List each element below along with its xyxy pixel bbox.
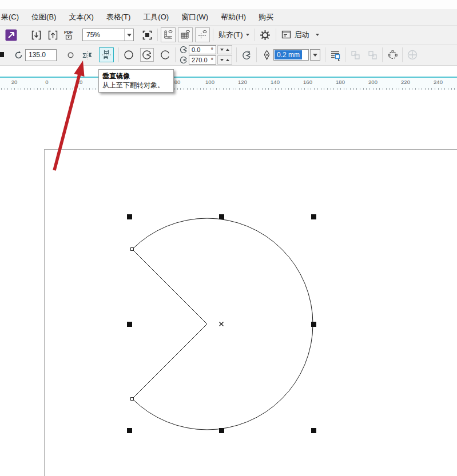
outline-width-value: 0.2 mm (275, 50, 302, 59)
pie-icon (142, 50, 152, 60)
property-bar: 135.0 (0, 44, 457, 66)
toolbar-separator (213, 29, 213, 41)
text-wrap-button[interactable] (328, 48, 342, 62)
fullscreen-preview-button[interactable] (140, 27, 154, 42)
to-back-button-disabled[interactable] (365, 48, 379, 62)
zoom-level-value: 75% (83, 31, 124, 39)
rotation-angle-input[interactable]: 135.0 (25, 49, 57, 61)
options-button[interactable] (258, 27, 273, 42)
publish-pdf-button[interactable]: PDF (62, 27, 77, 42)
degree-sign: ° (211, 46, 213, 53)
mirror-horizontal-button[interactable] (81, 48, 94, 62)
shape-node[interactable] (130, 247, 134, 251)
outline-width-dropdown-button[interactable] (310, 49, 320, 61)
start-angle-spinner[interactable] (217, 45, 232, 54)
selection-handle[interactable] (311, 214, 316, 219)
tooltip-title: 垂直镜像 (102, 71, 170, 81)
rotation-icon-label (11, 48, 25, 62)
show-grid-button[interactable] (178, 27, 193, 42)
document-area[interactable]: 20020406080100120140160180200220240 垂直镜像… (0, 66, 457, 476)
outline-width-combo[interactable]: 0.2 mm (273, 49, 320, 61)
pie-mode-button[interactable] (140, 48, 154, 62)
pie-shape[interactable] (132, 218, 313, 430)
selection-handle[interactable] (127, 214, 132, 219)
selection-handle[interactable] (219, 214, 224, 219)
chevron-down-icon (316, 34, 319, 36)
arc-mode-button[interactable] (158, 48, 172, 62)
launch-button[interactable]: 启动 (279, 30, 321, 40)
spinner-up-icon (226, 49, 229, 51)
menu-text[interactable]: 文本(X) (62, 12, 100, 22)
start-angle-row: 0.0 ° (180, 45, 232, 55)
snap-to-button[interactable]: 贴齐(T) (216, 30, 252, 40)
order-back-icon (367, 50, 378, 61)
selection-handle[interactable] (127, 322, 132, 327)
order-front-icon (350, 50, 361, 61)
rotation-center-indicator[interactable] (63, 48, 77, 62)
outline-width-icon-label (260, 48, 273, 62)
rulers-icon (163, 30, 173, 40)
end-angle-input[interactable]: 270.0 ° (189, 55, 216, 65)
canvas-shapes (0, 66, 457, 476)
svg-text:PDF: PDF (64, 30, 73, 35)
ellipse-icon (124, 50, 134, 60)
propbar-separator (175, 47, 176, 62)
rotation-angle-value: 135.0 (29, 51, 46, 59)
menu-table[interactable]: 表格(T) (100, 12, 137, 22)
to-front-button-disabled[interactable] (348, 48, 362, 62)
spinner-up-icon (226, 59, 229, 61)
export-button[interactable] (45, 27, 60, 42)
start-angle-input[interactable]: 0.0 ° (189, 45, 216, 54)
selection-handle[interactable] (311, 428, 316, 433)
menu-bar: 果(C) 位图(B) 文本(X) 表格(T) 工具(O) 窗口(W) 帮助(H)… (0, 9, 457, 25)
end-angle-spinner[interactable] (217, 55, 232, 65)
change-direction-icon (241, 49, 252, 61)
convert-curves-icon (387, 50, 398, 61)
propbar-separator (118, 47, 119, 62)
selection-handle[interactable] (311, 322, 316, 327)
show-guidelines-button[interactable] (195, 27, 210, 42)
change-direction-button[interactable] (240, 48, 253, 62)
show-rulers-button[interactable] (161, 27, 176, 42)
chevron-down-icon (313, 54, 317, 57)
mirror-vertical-button[interactable] (99, 47, 114, 62)
coreldraw-icon (5, 29, 17, 41)
export-icon (48, 30, 58, 40)
standard-toolbar: PDF 75% (0, 25, 457, 44)
menu-tools[interactable]: 工具(O) (137, 12, 175, 22)
zoom-dropdown-button[interactable] (124, 29, 133, 41)
snap-to-label: 贴齐(T) (218, 30, 243, 40)
menu-bitmaps[interactable]: 位图(B) (25, 12, 62, 22)
end-angle-icon (180, 56, 188, 64)
import-icon (31, 30, 41, 40)
convert-to-curves-button[interactable] (386, 48, 399, 62)
origin-control-partial[interactable] (0, 52, 4, 57)
menu-effects[interactable]: 果(C) (0, 12, 25, 22)
shape-node[interactable] (130, 397, 134, 401)
menu-help[interactable]: 帮助(H) (214, 12, 252, 22)
propbar-separator (256, 47, 257, 62)
launch-window-icon (281, 30, 292, 39)
menu-buy[interactable]: 购买 (252, 12, 280, 22)
end-angle-row: 270.0 ° (180, 55, 232, 65)
selection-handle[interactable] (219, 428, 224, 433)
selection-handle[interactable] (127, 428, 132, 433)
zoom-level-combo[interactable]: 75% (82, 29, 134, 41)
circle-icon (67, 52, 74, 58)
import-button[interactable] (29, 27, 43, 42)
mirror-vertical-icon (101, 50, 112, 60)
app-launcher-button[interactable] (3, 27, 18, 42)
propbar-separator (325, 47, 325, 62)
ellipse-mode-button[interactable] (122, 48, 136, 62)
menu-window[interactable]: 窗口(W) (175, 12, 214, 22)
outline-width-input[interactable]: 0.2 mm (273, 49, 309, 61)
grid-icon (180, 30, 190, 40)
launch-label: 启动 (295, 30, 309, 40)
position-button-disabled[interactable] (406, 48, 419, 62)
propbar-separator (236, 47, 237, 62)
pdf-icon: PDF (63, 29, 75, 41)
toolbar-separator (276, 29, 276, 41)
titlebar-strip (0, 0, 457, 9)
arc-angle-controls: 0.0 ° 270.0 ° (180, 45, 232, 65)
toolbar-separator (157, 29, 158, 41)
